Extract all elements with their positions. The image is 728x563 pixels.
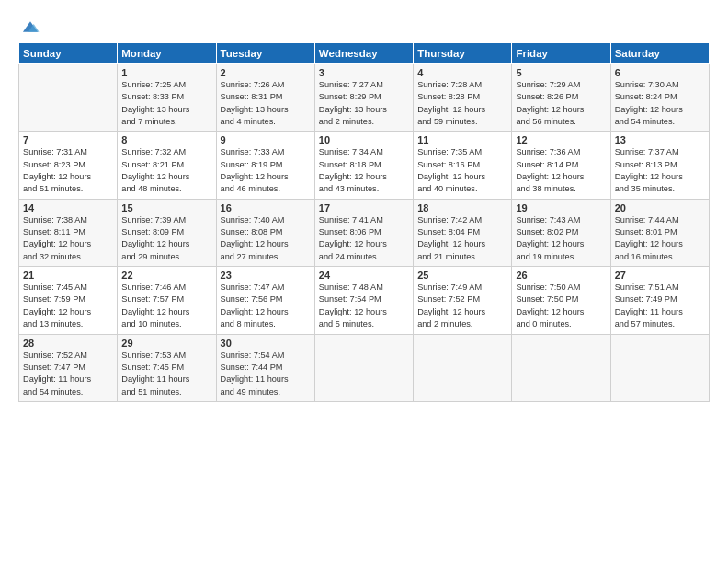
calendar-cell: 6Sunrise: 7:30 AM Sunset: 8:24 PM Daylig… bbox=[610, 64, 709, 132]
calendar-cell bbox=[512, 334, 610, 401]
day-info: Sunrise: 7:35 AM Sunset: 8:16 PM Dayligh… bbox=[417, 146, 507, 195]
day-info: Sunrise: 7:28 AM Sunset: 8:28 PM Dayligh… bbox=[417, 79, 507, 128]
day-number: 14 bbox=[23, 202, 113, 213]
day-info: Sunrise: 7:50 AM Sunset: 7:50 PM Dayligh… bbox=[516, 282, 606, 330]
day-info: Sunrise: 7:27 AM Sunset: 8:29 PM Dayligh… bbox=[319, 79, 409, 128]
day-number: 16 bbox=[221, 202, 311, 213]
header-tuesday: Tuesday bbox=[216, 43, 314, 64]
day-number: 17 bbox=[319, 202, 409, 213]
day-number: 27 bbox=[615, 270, 705, 281]
day-info: Sunrise: 7:26 AM Sunset: 8:31 PM Dayligh… bbox=[221, 79, 311, 128]
day-info: Sunrise: 7:33 AM Sunset: 8:19 PM Dayligh… bbox=[221, 146, 311, 195]
day-number: 25 bbox=[417, 270, 507, 281]
calendar-cell bbox=[19, 64, 118, 132]
calendar-cell: 7Sunrise: 7:31 AM Sunset: 8:23 PM Daylig… bbox=[19, 132, 118, 199]
day-number: 19 bbox=[516, 202, 606, 213]
week-row-0: 1Sunrise: 7:25 AM Sunset: 8:33 PM Daylig… bbox=[19, 64, 710, 132]
calendar-cell: 14Sunrise: 7:38 AM Sunset: 8:11 PM Dayli… bbox=[19, 199, 118, 266]
calendar-cell: 12Sunrise: 7:36 AM Sunset: 8:14 PM Dayli… bbox=[512, 132, 610, 199]
day-info: Sunrise: 7:46 AM Sunset: 7:57 PM Dayligh… bbox=[121, 282, 211, 330]
calendar-cell: 9Sunrise: 7:33 AM Sunset: 8:19 PM Daylig… bbox=[216, 132, 314, 199]
calendar-cell: 4Sunrise: 7:28 AM Sunset: 8:28 PM Daylig… bbox=[414, 64, 512, 132]
header-monday: Monday bbox=[118, 43, 216, 64]
day-number: 26 bbox=[516, 270, 606, 281]
day-number: 28 bbox=[23, 338, 113, 349]
day-info: Sunrise: 7:32 AM Sunset: 8:21 PM Dayligh… bbox=[121, 146, 211, 195]
day-number: 29 bbox=[121, 338, 211, 349]
page: SundayMondayTuesdayWednesdayThursdayFrid… bbox=[0, 0, 728, 563]
day-number: 23 bbox=[221, 270, 311, 281]
calendar-cell: 2Sunrise: 7:26 AM Sunset: 8:31 PM Daylig… bbox=[216, 64, 314, 132]
day-number: 8 bbox=[121, 134, 211, 145]
day-number: 15 bbox=[121, 202, 211, 213]
day-number: 22 bbox=[121, 270, 211, 281]
logo-icon bbox=[20, 17, 40, 37]
day-info: Sunrise: 7:44 AM Sunset: 8:01 PM Dayligh… bbox=[615, 214, 705, 263]
day-number: 20 bbox=[615, 202, 705, 213]
day-info: Sunrise: 7:31 AM Sunset: 8:23 PM Dayligh… bbox=[23, 146, 113, 195]
calendar-cell: 10Sunrise: 7:34 AM Sunset: 8:18 PM Dayli… bbox=[314, 132, 413, 199]
day-number: 21 bbox=[23, 270, 113, 281]
calendar-cell: 11Sunrise: 7:35 AM Sunset: 8:16 PM Dayli… bbox=[414, 132, 512, 199]
calendar-cell: 27Sunrise: 7:51 AM Sunset: 7:49 PM Dayli… bbox=[610, 267, 709, 334]
day-info: Sunrise: 7:54 AM Sunset: 7:44 PM Dayligh… bbox=[221, 350, 311, 398]
header-wednesday: Wednesday bbox=[314, 43, 413, 64]
calendar-cell: 20Sunrise: 7:44 AM Sunset: 8:01 PM Dayli… bbox=[610, 199, 709, 266]
day-number: 30 bbox=[221, 338, 311, 349]
day-number: 18 bbox=[417, 202, 507, 213]
header-saturday: Saturday bbox=[610, 43, 709, 64]
logo bbox=[18, 17, 40, 37]
calendar-cell: 23Sunrise: 7:47 AM Sunset: 7:56 PM Dayli… bbox=[216, 267, 314, 334]
day-number: 10 bbox=[319, 134, 409, 145]
day-info: Sunrise: 7:25 AM Sunset: 8:33 PM Dayligh… bbox=[121, 79, 211, 128]
calendar-cell: 21Sunrise: 7:45 AM Sunset: 7:59 PM Dayli… bbox=[19, 267, 118, 334]
day-number: 1 bbox=[121, 67, 211, 78]
calendar-cell: 13Sunrise: 7:37 AM Sunset: 8:13 PM Dayli… bbox=[610, 132, 709, 199]
day-number: 6 bbox=[615, 67, 705, 78]
calendar-cell bbox=[610, 334, 709, 401]
header bbox=[18, 17, 710, 37]
day-number: 2 bbox=[221, 67, 311, 78]
calendar-cell: 8Sunrise: 7:32 AM Sunset: 8:21 PM Daylig… bbox=[118, 132, 216, 199]
day-number: 9 bbox=[221, 134, 311, 145]
calendar-cell: 29Sunrise: 7:53 AM Sunset: 7:45 PM Dayli… bbox=[118, 334, 216, 401]
day-info: Sunrise: 7:40 AM Sunset: 8:08 PM Dayligh… bbox=[221, 214, 311, 263]
calendar-cell: 15Sunrise: 7:39 AM Sunset: 8:09 PM Dayli… bbox=[118, 199, 216, 266]
calendar-cell: 16Sunrise: 7:40 AM Sunset: 8:08 PM Dayli… bbox=[216, 199, 314, 266]
day-info: Sunrise: 7:36 AM Sunset: 8:14 PM Dayligh… bbox=[516, 146, 606, 195]
day-info: Sunrise: 7:49 AM Sunset: 7:52 PM Dayligh… bbox=[417, 282, 507, 330]
calendar-cell: 19Sunrise: 7:43 AM Sunset: 8:02 PM Dayli… bbox=[512, 199, 610, 266]
calendar-cell: 25Sunrise: 7:49 AM Sunset: 7:52 PM Dayli… bbox=[414, 267, 512, 334]
header-friday: Friday bbox=[512, 43, 610, 64]
day-info: Sunrise: 7:39 AM Sunset: 8:09 PM Dayligh… bbox=[121, 214, 211, 263]
calendar-cell: 22Sunrise: 7:46 AM Sunset: 7:57 PM Dayli… bbox=[118, 267, 216, 334]
day-number: 24 bbox=[319, 270, 409, 281]
day-info: Sunrise: 7:29 AM Sunset: 8:26 PM Dayligh… bbox=[516, 79, 606, 128]
calendar-cell: 17Sunrise: 7:41 AM Sunset: 8:06 PM Dayli… bbox=[314, 199, 413, 266]
day-number: 13 bbox=[615, 134, 705, 145]
day-info: Sunrise: 7:42 AM Sunset: 8:04 PM Dayligh… bbox=[417, 214, 507, 263]
day-info: Sunrise: 7:52 AM Sunset: 7:47 PM Dayligh… bbox=[23, 350, 113, 398]
calendar-cell bbox=[414, 334, 512, 401]
day-info: Sunrise: 7:45 AM Sunset: 7:59 PM Dayligh… bbox=[23, 282, 113, 330]
day-number: 4 bbox=[417, 67, 507, 78]
calendar-cell: 24Sunrise: 7:48 AM Sunset: 7:54 PM Dayli… bbox=[314, 267, 413, 334]
header-thursday: Thursday bbox=[414, 43, 512, 64]
calendar-cell: 30Sunrise: 7:54 AM Sunset: 7:44 PM Dayli… bbox=[216, 334, 314, 401]
day-info: Sunrise: 7:41 AM Sunset: 8:06 PM Dayligh… bbox=[319, 214, 409, 263]
calendar-cell: 3Sunrise: 7:27 AM Sunset: 8:29 PM Daylig… bbox=[314, 64, 413, 132]
day-info: Sunrise: 7:43 AM Sunset: 8:02 PM Dayligh… bbox=[516, 214, 606, 263]
calendar-table: SundayMondayTuesdayWednesdayThursdayFrid… bbox=[18, 42, 710, 402]
week-row-3: 21Sunrise: 7:45 AM Sunset: 7:59 PM Dayli… bbox=[19, 267, 710, 334]
day-number: 12 bbox=[516, 134, 606, 145]
week-row-2: 14Sunrise: 7:38 AM Sunset: 8:11 PM Dayli… bbox=[19, 199, 710, 266]
day-info: Sunrise: 7:51 AM Sunset: 7:49 PM Dayligh… bbox=[615, 282, 705, 330]
calendar-cell: 1Sunrise: 7:25 AM Sunset: 8:33 PM Daylig… bbox=[118, 64, 216, 132]
calendar-cell: 18Sunrise: 7:42 AM Sunset: 8:04 PM Dayli… bbox=[414, 199, 512, 266]
week-row-4: 28Sunrise: 7:52 AM Sunset: 7:47 PM Dayli… bbox=[19, 334, 710, 401]
day-info: Sunrise: 7:53 AM Sunset: 7:45 PM Dayligh… bbox=[121, 350, 211, 398]
calendar-cell: 28Sunrise: 7:52 AM Sunset: 7:47 PM Dayli… bbox=[19, 334, 118, 401]
calendar-cell: 5Sunrise: 7:29 AM Sunset: 8:26 PM Daylig… bbox=[512, 64, 610, 132]
header-sunday: Sunday bbox=[19, 43, 118, 64]
day-info: Sunrise: 7:30 AM Sunset: 8:24 PM Dayligh… bbox=[615, 79, 705, 128]
